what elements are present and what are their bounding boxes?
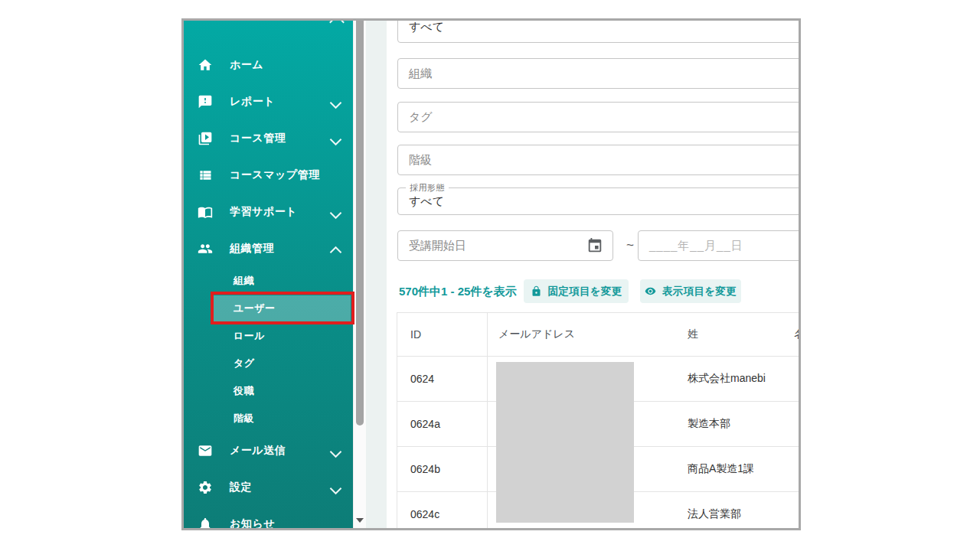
chevron-down-icon xyxy=(332,134,340,146)
lock-icon xyxy=(531,285,542,297)
scrollbar-down-arrow-icon[interactable] xyxy=(356,518,364,523)
sidebar-item-notices[interactable]: お知らせ xyxy=(184,506,353,530)
app-screenshot-frame: ホーム レポート コース管理 コースマップ管理 学習 xyxy=(181,18,801,530)
button-label: 表示項目を変更 xyxy=(662,285,737,298)
button-label: 固定項目を変更 xyxy=(548,285,622,298)
tag-placeholder: タグ xyxy=(409,110,433,125)
cell-id: 0624b xyxy=(397,447,488,491)
sidebar-item-course-management[interactable]: コース管理 xyxy=(184,120,353,157)
sidebar-item-learning-support[interactable]: 学習サポート xyxy=(184,194,353,230)
column-header-email[interactable]: メールアドレス xyxy=(488,328,677,341)
grade-placeholder: 階級 xyxy=(409,153,432,168)
grade-filter-input[interactable]: 階級 xyxy=(397,145,799,175)
learning-support-book-icon xyxy=(198,204,213,220)
sidebar-subitem-positions[interactable]: 役職 xyxy=(184,377,353,405)
column-header-sei[interactable]: 姓 xyxy=(677,328,783,341)
course-video-icon xyxy=(198,131,213,146)
date-to-input[interactable]: ____年__月__日 xyxy=(638,230,799,261)
sidebar-scrollbar[interactable] xyxy=(353,21,366,528)
chevron-down-icon xyxy=(332,97,340,109)
subitem-label: タグ xyxy=(234,357,255,370)
sidebar-collapse-icon[interactable] xyxy=(332,18,342,31)
chevron-down-icon xyxy=(332,483,340,495)
sidebar-item-label: ホーム xyxy=(230,58,263,72)
sidebar-item-mail-send[interactable]: メール送信 xyxy=(184,432,353,469)
course-start-date-input[interactable]: 受講開始日 xyxy=(397,230,613,261)
sidebar-item-label: お知らせ xyxy=(230,517,275,530)
employment-type-value: すべて xyxy=(409,194,444,209)
sidebar-item-course-map[interactable]: コースマップ管理 xyxy=(184,157,353,194)
page-gutter xyxy=(366,21,387,528)
home-icon xyxy=(198,57,213,73)
cell-sei: 法人営業部 xyxy=(677,507,783,521)
filter-field-top[interactable]: すべて xyxy=(397,21,799,43)
sidebar-item-organization-management[interactable]: 組織管理 xyxy=(184,230,353,267)
main-content: すべて 組織 タグ 階級 採用形態 すべて 受講開始日 ~ xyxy=(366,21,799,528)
sidebar: ホーム レポート コース管理 コースマップ管理 学習 xyxy=(184,21,353,528)
eye-icon xyxy=(645,285,656,297)
cell-sei: 商品A製造1課 xyxy=(677,462,783,476)
sidebar-subitem-roles[interactable]: ロール xyxy=(184,322,353,350)
date-range-separator: ~ xyxy=(622,230,638,261)
sidebar-item-label: 学習サポート xyxy=(230,205,297,219)
chevron-up-icon xyxy=(332,246,340,259)
settings-gear-icon xyxy=(198,480,213,495)
cell-id: 0624 xyxy=(397,357,488,401)
results-count: 570件中1 - 25件を表示 xyxy=(399,279,517,303)
employment-type-label: 採用形態 xyxy=(406,182,449,194)
chevron-up-icon xyxy=(329,18,345,30)
scrollbar-thumb[interactable] xyxy=(356,18,364,425)
sidebar-item-settings[interactable]: 設定 xyxy=(184,469,353,506)
report-icon xyxy=(198,94,213,109)
course-map-list-icon xyxy=(198,168,213,183)
chevron-down-icon xyxy=(332,446,340,458)
employment-type-select[interactable]: 採用形態 すべて xyxy=(397,187,799,215)
chevron-down-icon xyxy=(332,207,340,220)
sidebar-subitem-organization[interactable]: 組織 xyxy=(184,267,353,295)
calendar-icon[interactable] xyxy=(586,237,603,254)
cell-sei: 製造本部 xyxy=(677,417,783,431)
table-header-row: ID メールアドレス 姓 名 xyxy=(397,313,799,357)
sidebar-item-home[interactable]: ホーム xyxy=(184,47,353,83)
change-fixed-columns-button[interactable]: 固定項目を変更 xyxy=(524,279,629,303)
red-annotation-box xyxy=(211,292,354,324)
cell-sei: 株式会社manebi xyxy=(677,372,783,386)
change-visible-columns-button[interactable]: 表示項目を変更 xyxy=(640,279,741,303)
cell-id: 0624a xyxy=(397,402,488,446)
sidebar-item-label: メール送信 xyxy=(230,444,286,458)
organization-placeholder: 組織 xyxy=(409,67,432,81)
sidebar-subitem-tags[interactable]: タグ xyxy=(184,350,353,377)
cell-id: 0624c xyxy=(397,492,488,528)
notice-bell-icon xyxy=(198,517,213,530)
sidebar-subitem-grades[interactable]: 階級 xyxy=(184,405,353,432)
date-to-placeholder: ____年__月__日 xyxy=(649,239,743,253)
course-start-date-placeholder: 受講開始日 xyxy=(409,239,466,253)
column-header-id[interactable]: ID xyxy=(397,313,488,356)
organization-filter-input[interactable]: 組織 xyxy=(397,58,799,89)
filter-top-value: すべて xyxy=(409,21,444,34)
subitem-label: 役職 xyxy=(234,384,254,398)
subitem-label: ユーザー xyxy=(234,302,276,315)
sidebar-item-report[interactable]: レポート xyxy=(184,83,353,120)
mail-icon xyxy=(198,443,213,458)
sidebar-item-label: コース管理 xyxy=(230,132,286,145)
privacy-redaction-block xyxy=(496,362,634,523)
organization-people-icon xyxy=(198,241,213,256)
sidebar-item-label: コースマップ管理 xyxy=(230,168,320,182)
tag-filter-input[interactable]: タグ xyxy=(397,102,799,132)
column-header-mei-clipped[interactable]: 名 xyxy=(783,328,799,341)
sidebar-item-label: 組織管理 xyxy=(230,242,274,256)
sidebar-item-label: 設定 xyxy=(230,481,252,494)
subitem-label: 階級 xyxy=(234,412,254,425)
subitem-label: ロール xyxy=(234,329,265,343)
sidebar-item-label: レポート xyxy=(230,95,275,109)
sidebar-subitem-users[interactable]: ユーザー xyxy=(184,295,353,322)
subitem-label: 組織 xyxy=(234,274,254,288)
